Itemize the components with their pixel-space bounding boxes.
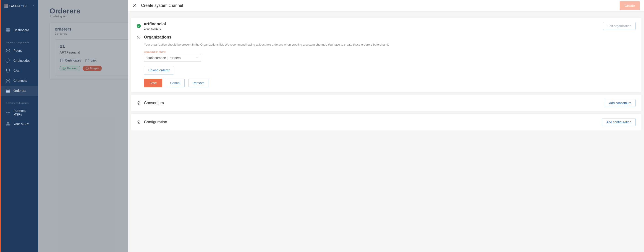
select-value: fourinsurance | Partners: [146, 56, 180, 60]
logo-text-y: Y: [21, 4, 23, 8]
add-consortium-button[interactable]: Add consortium: [605, 99, 636, 107]
panel-title: Create system channel: [141, 3, 183, 8]
sidebar-section-components: Network components: [1, 39, 38, 46]
sidebar-item-your-msps[interactable]: Your MSPs: [1, 119, 38, 129]
svg-rect-9: [6, 89, 10, 90]
svg-point-5: [6, 79, 7, 80]
panel-header: Create system channel Create: [128, 0, 644, 11]
svg-point-26: [137, 121, 140, 124]
remove-button[interactable]: Remove: [188, 79, 209, 87]
configuration-title: Configuration: [144, 120, 167, 125]
logo-text-a: CATAL: [9, 4, 21, 8]
sidebar-item-channels[interactable]: Channels: [1, 76, 38, 86]
cancel-button[interactable]: Cancel: [166, 79, 184, 87]
check-ring-icon: [137, 35, 141, 39]
consortium-title: Consortium: [144, 101, 164, 105]
handshake-icon: [6, 110, 10, 115]
create-channel-panel: Create system channel Create artfinancia…: [128, 0, 644, 252]
svg-rect-2: [6, 30, 8, 32]
upload-orderer-button[interactable]: Upload orderer: [144, 66, 174, 75]
save-button[interactable]: Save: [144, 79, 162, 87]
logo-text: CATALYST: [9, 4, 28, 8]
sidebar-item-label: Dashboard: [14, 28, 29, 32]
configuration-section: Configuration Add configuration: [131, 114, 641, 131]
svg-point-25: [137, 101, 140, 105]
svg-rect-10: [6, 91, 10, 91]
sidebar-item-chaincodes[interactable]: Chaincodes: [1, 56, 38, 66]
svg-rect-14: [9, 125, 10, 125]
sidebar-item-label: Orderers: [14, 89, 26, 93]
sidebar-item-label: Channels: [14, 79, 27, 83]
svg-rect-13: [6, 125, 8, 125]
svg-rect-12: [8, 122, 9, 123]
create-button[interactable]: Create: [620, 1, 640, 10]
sidebar-item-label: Peers: [14, 49, 22, 52]
sidebar-item-label: Your MSPs: [14, 122, 30, 126]
organizations-help: Your organization should be present in t…: [144, 43, 636, 46]
svg-point-7: [6, 82, 7, 82]
app-logo[interactable]: CATALYST: [4, 4, 28, 8]
close-button[interactable]: [132, 3, 137, 8]
sidebar: CATALYST Dashboard Network components Pe…: [0, 0, 38, 252]
stack-icon: [6, 88, 10, 93]
sidebar-item-label: Chaincodes: [14, 59, 30, 62]
sidebar-item-partners-msps[interactable]: Partners' MSPs: [1, 106, 38, 119]
chevron-left-icon[interactable]: [32, 4, 35, 7]
logo-icon: [4, 4, 8, 8]
check-ring-icon: [137, 120, 141, 124]
svg-point-8: [9, 82, 10, 82]
org-summary-section: artfinancial 2 consenters Edit organizat…: [131, 17, 641, 93]
org-consenters: 2 consenters: [144, 27, 166, 30]
org-name: artfinancial: [144, 22, 166, 26]
sidebar-item-orderers[interactable]: Orderers: [1, 86, 38, 96]
sidebar-section-participants: Network participants: [1, 100, 38, 106]
svg-rect-1: [8, 28, 10, 30]
svg-rect-11: [6, 92, 10, 93]
svg-point-24: [137, 36, 140, 39]
close-icon: [132, 3, 137, 7]
sidebar-item-label: CAs: [14, 69, 20, 72]
organization-name-select[interactable]: fourinsurance | Partners: [144, 54, 201, 62]
chevron-down-icon: [196, 56, 198, 59]
sidebar-item-label: Partners' MSPs: [14, 109, 33, 116]
org-name-field-label: Organization Name: [144, 50, 636, 53]
cube-icon: [6, 48, 10, 53]
svg-rect-0: [6, 28, 8, 30]
main-area: Orderers 1 ordering set orderers 2 order…: [38, 0, 644, 252]
sidebar-item-peers[interactable]: Peers: [1, 46, 38, 56]
svg-rect-3: [8, 30, 10, 32]
sidebar-header: CATALYST: [1, 0, 38, 11]
svg-point-6: [9, 79, 10, 80]
consortium-section: Consortium Add consortium: [131, 94, 641, 112]
network-icon: [6, 78, 10, 83]
logo-text-b: ST: [23, 4, 28, 8]
organizations-title: Organizations: [144, 35, 172, 40]
org-icon: [6, 122, 10, 126]
shield-icon: [6, 68, 10, 73]
edit-organization-button[interactable]: Edit organization: [603, 22, 636, 30]
grid-icon: [6, 28, 10, 32]
check-ring-icon: [137, 101, 141, 105]
sidebar-item-cas[interactable]: CAs: [1, 66, 38, 76]
link-icon: [6, 58, 10, 63]
check-badge-icon: [137, 24, 141, 28]
add-configuration-button[interactable]: Add configuration: [602, 118, 636, 126]
sidebar-item-dashboard[interactable]: Dashboard: [1, 25, 38, 35]
